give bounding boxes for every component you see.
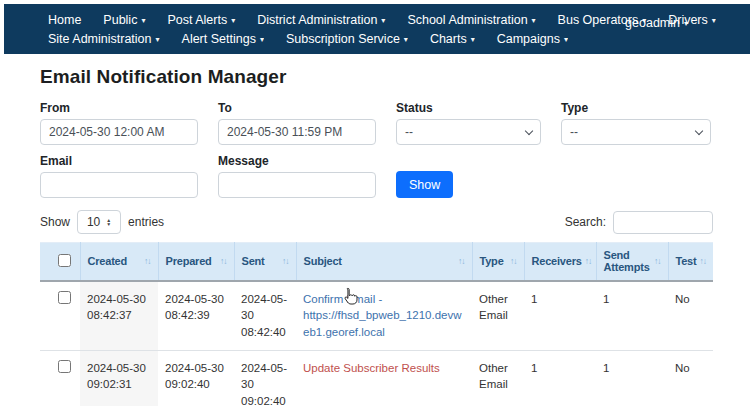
message-field-group: Message xyxy=(218,154,376,198)
sort-icon: ↑↓ xyxy=(217,256,227,266)
email-notifications-table: Created↑↓ Prepared↑↓ Sent↑↓ Subject↑↓ Ty… xyxy=(40,242,713,406)
table-body: 2024-05-30 08:42:37 2024-05-30 08:42:39 … xyxy=(40,281,713,406)
sort-icon: ↑↓ xyxy=(141,256,151,266)
sort-icon: ↑↓ xyxy=(455,256,465,266)
send-attempts-cell: 1 xyxy=(596,281,668,351)
status-label: Status xyxy=(396,101,541,115)
search-input[interactable] xyxy=(613,211,713,234)
caret-down-icon: ▾ xyxy=(231,17,235,25)
show-button[interactable]: Show xyxy=(396,171,453,198)
email-input[interactable] xyxy=(40,172,198,198)
type-cell: Other Email xyxy=(472,350,524,406)
nav-user-menu[interactable]: geoadmin▾ xyxy=(625,16,688,30)
caret-down-icon: ▾ xyxy=(471,36,475,44)
prepared-cell: 2024-05-30 08:42:39 xyxy=(158,281,234,351)
navbar-row-1: Home Public▾ Post Alerts▾ District Admin… xyxy=(48,10,750,29)
column-header-test[interactable]: Test↑↓ xyxy=(668,243,713,281)
nav-subscription-service[interactable]: Subscription Service▾ xyxy=(286,32,408,46)
page-size-control: Show 10 ▲ ▼ entries xyxy=(40,210,164,234)
page-size-value: 10 xyxy=(87,215,100,229)
navbar: Home Public▾ Post Alerts▾ District Admin… xyxy=(4,4,750,54)
column-header-sent[interactable]: Sent↑↓ xyxy=(234,243,296,281)
nav-alert-settings[interactable]: Alert Settings▾ xyxy=(182,32,264,46)
status-select[interactable]: -- xyxy=(396,119,541,145)
caret-down-icon: ▾ xyxy=(156,36,160,44)
caret-down-icon: ▾ xyxy=(260,36,264,44)
search-label: Search: xyxy=(565,215,606,229)
page-title: Email Notification Manager xyxy=(40,66,713,88)
prepared-cell: 2024-05-30 09:02:40 xyxy=(158,350,234,406)
sort-icon: ↑↓ xyxy=(697,256,707,266)
sort-icon: ↑↓ xyxy=(507,256,517,266)
page-size-select[interactable]: 10 ▲ ▼ xyxy=(77,210,121,234)
nav-public[interactable]: Public▾ xyxy=(103,13,145,27)
nav-site-administration[interactable]: Site Administration▾ xyxy=(48,32,160,46)
sort-icon: ↑↓ xyxy=(279,256,289,266)
status-selected-value: -- xyxy=(405,125,413,139)
message-input[interactable] xyxy=(218,172,376,198)
sort-icon: ↑↓ xyxy=(582,256,592,266)
type-field-group: Type -- xyxy=(561,101,711,145)
receivers-cell: 1 xyxy=(524,350,596,406)
type-select[interactable]: -- xyxy=(561,119,711,145)
column-header-receivers[interactable]: Receivers↑↓ xyxy=(524,243,596,281)
column-header-created[interactable]: Created↑↓ xyxy=(80,243,158,281)
from-label: From xyxy=(40,101,198,115)
chevron-down-icon xyxy=(525,126,533,134)
sent-cell: 2024-05-30 09:02:40 xyxy=(234,350,296,406)
table-header: Created↑↓ Prepared↑↓ Sent↑↓ Subject↑↓ Ty… xyxy=(40,243,713,281)
subject-link[interactable]: Confirm Email - https://fhsd_bpweb_1210.… xyxy=(303,293,462,338)
spinner-updown-icon: ▲ ▼ xyxy=(106,218,111,226)
nav-charts[interactable]: Charts▾ xyxy=(430,32,475,46)
type-cell: Other Email xyxy=(472,281,524,351)
column-header-subject[interactable]: Subject↑↓ xyxy=(296,243,472,281)
caret-down-icon: ▾ xyxy=(381,17,385,25)
email-label: Email xyxy=(40,154,198,168)
column-header-send-attempts[interactable]: Send Attempts↑↓ xyxy=(596,243,668,281)
test-cell: No xyxy=(668,281,713,351)
caret-down-icon: ▾ xyxy=(684,20,688,28)
type-label: Type xyxy=(561,101,711,115)
caret-down-icon: ▾ xyxy=(712,17,716,25)
to-label: To xyxy=(218,101,376,115)
nav-school-administration[interactable]: School Administration▾ xyxy=(407,13,535,27)
nav-campaigns[interactable]: Campaigns▾ xyxy=(497,32,568,46)
chevron-down-icon xyxy=(695,126,703,134)
table-row: 2024-05-30 09:02:31 2024-05-30 09:02:40 … xyxy=(40,350,713,406)
type-selected-value: -- xyxy=(570,125,578,139)
status-field-group: Status -- xyxy=(396,101,541,145)
sent-cell: 2024-05-30 08:42:40 xyxy=(234,281,296,351)
subject-link[interactable]: Update Subscriber Results xyxy=(303,362,440,374)
entries-label: entries xyxy=(128,215,164,229)
created-cell: 2024-05-30 08:42:37 xyxy=(80,281,158,351)
from-datetime-input[interactable] xyxy=(40,119,198,145)
navbar-row-2: Site Administration▾ Alert Settings▾ Sub… xyxy=(48,29,750,48)
main-content: Email Notification Manager From To Statu… xyxy=(0,54,750,406)
sort-icon: ↑↓ xyxy=(651,256,661,266)
email-notification-manager-screen: Home Public▾ Post Alerts▾ District Admin… xyxy=(0,0,750,406)
table-row: 2024-05-30 08:42:37 2024-05-30 08:42:39 … xyxy=(40,281,713,351)
email-field-group: Email xyxy=(40,154,198,198)
from-field-group: From xyxy=(40,101,198,145)
filter-row-2: Email Message Show xyxy=(40,154,713,198)
caret-down-icon: ▾ xyxy=(141,17,145,25)
show-entries-label: Show xyxy=(40,215,70,229)
nav-home[interactable]: Home xyxy=(48,13,81,27)
nav-post-alerts[interactable]: Post Alerts▾ xyxy=(167,13,235,27)
row-checkbox[interactable] xyxy=(58,291,71,304)
created-cell: 2024-05-30 09:02:31 xyxy=(80,350,158,406)
caret-down-icon: ▾ xyxy=(564,36,568,44)
to-datetime-input[interactable] xyxy=(218,119,376,145)
to-field-group: To xyxy=(218,101,376,145)
nav-district-administration[interactable]: District Administration▾ xyxy=(257,13,385,27)
search-control: Search: xyxy=(565,211,713,234)
column-header-type[interactable]: Type↑↓ xyxy=(472,243,524,281)
select-all-checkbox[interactable] xyxy=(58,254,71,267)
show-button-group: Show xyxy=(396,154,453,198)
row-checkbox[interactable] xyxy=(58,360,71,373)
select-all-header xyxy=(40,243,80,281)
filter-row-1: From To Status -- Type -- xyxy=(40,101,713,145)
subject-cell: Update Subscriber Results xyxy=(296,350,472,406)
send-attempts-cell: 1 xyxy=(596,350,668,406)
column-header-prepared[interactable]: Prepared↑↓ xyxy=(158,243,234,281)
